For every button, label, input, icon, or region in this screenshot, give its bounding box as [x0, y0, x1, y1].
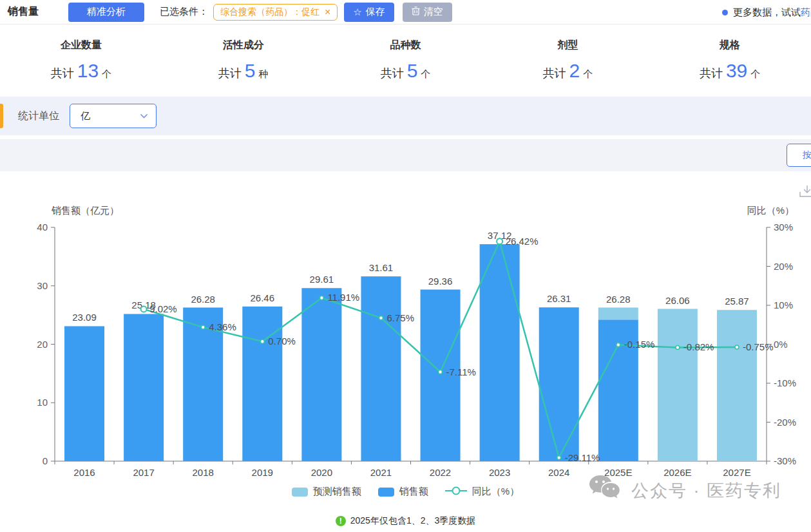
svg-text:30: 30: [37, 280, 48, 291]
summary-stats-row: 企业数量 共计 13 个 活性成分 共计 5 种 品种数 共计 5 个 剂型 共…: [0, 24, 811, 97]
svg-text:2019: 2019: [252, 467, 273, 478]
legend-label: 预测销售额: [313, 486, 361, 498]
svg-text:31.61: 31.61: [369, 262, 394, 273]
svg-text:2020: 2020: [311, 467, 332, 478]
stat-unit: 个: [583, 68, 593, 81]
blue-dot-icon: [722, 10, 728, 15]
legend-label: 销售额: [399, 486, 428, 498]
stat-specification: 规格 共计 39 个: [649, 24, 811, 97]
svg-text:-20%: -20%: [774, 417, 796, 428]
svg-text:20: 20: [37, 339, 48, 350]
stat-label: 企业数量: [0, 39, 162, 52]
top-toolbar: 销售量 精准分析 已选条件： 综合搜索（药品）：促红 × ☆ 保存 清空 更多数…: [0, 0, 811, 24]
svg-text:-30%: -30%: [774, 455, 796, 466]
sales-chart[interactable]: 010203040-30%-20%-10%0%10%20%30%23.09201…: [0, 193, 811, 489]
svg-text:2023: 2023: [489, 467, 510, 478]
stat-unit: 个: [421, 68, 430, 81]
stat-prefix: 共计: [700, 66, 723, 81]
close-icon[interactable]: ×: [325, 7, 330, 17]
svg-text:10: 10: [37, 397, 48, 408]
sales-chart-section: 销售额（亿元） 同比（%） 010203040-30%-20%-10%0%10%…: [0, 171, 811, 532]
svg-text:11.91%: 11.91%: [327, 292, 359, 303]
svg-text:6.75%: 6.75%: [386, 312, 414, 323]
clear-button-label: 清空: [424, 6, 443, 18]
chart-footnote: ! 2025年仅包含1、2、3季度数据: [0, 515, 811, 527]
stat-label: 品种数: [325, 39, 487, 52]
legend-item-forecast[interactable]: 预测销售额: [292, 486, 361, 498]
stat-number: 5: [407, 60, 418, 82]
svg-text:0: 0: [43, 455, 48, 466]
svg-text:2018: 2018: [193, 467, 214, 478]
legend-item-yoy[interactable]: 同比（%）: [445, 486, 519, 498]
by-year-button[interactable]: 按年: [787, 144, 811, 167]
wechat-icon: [589, 474, 624, 507]
svg-text:26.42%: 26.42%: [506, 236, 539, 247]
stat-unit: 种: [259, 68, 269, 81]
legend-swatch-sales: [378, 488, 394, 497]
stat-prefix: 共计: [51, 66, 74, 81]
svg-text:9.02%: 9.02%: [149, 303, 177, 314]
svg-text:4.36%: 4.36%: [209, 321, 236, 332]
stat-active-ingredient: 活性成分 共计 5 种: [162, 24, 325, 97]
stat-label: 规格: [649, 39, 811, 52]
orange-accent-bar: [0, 104, 3, 128]
more-data-link[interactable]: 更多数据，试试药品: [722, 0, 811, 24]
stat-enterprise-count: 企业数量 共计 13 个: [0, 24, 162, 97]
svg-text:-29.11%: -29.11%: [565, 452, 600, 463]
statistic-unit-row: 统计单位 亿: [0, 97, 811, 135]
svg-text:23.09: 23.09: [72, 312, 97, 323]
chart-toolbar-row: 按年: [0, 139, 811, 171]
bars-group: 23.09201625.18201726.28201826.46201929.6…: [64, 230, 757, 478]
unit-select[interactable]: 亿: [70, 104, 157, 128]
svg-text:26.31: 26.31: [547, 293, 571, 304]
svg-text:30%: 30%: [774, 222, 793, 233]
stat-number: 13: [77, 60, 99, 82]
stat-unit: 个: [750, 68, 760, 81]
more-data-link-text[interactable]: 药品: [801, 6, 811, 19]
stat-prefix: 共计: [218, 66, 242, 81]
filter-tag-label: 综合搜索（药品）：促红: [220, 6, 320, 18]
footnote-text: 2025年仅包含1、2、3季度数据: [350, 515, 476, 527]
svg-text:0.70%: 0.70%: [268, 336, 296, 347]
trash-icon: [412, 6, 420, 17]
save-button[interactable]: ☆ 保存: [344, 3, 394, 22]
stat-dosage-form: 剂型 共计 2 个: [486, 24, 649, 97]
filter-tag[interactable]: 综合搜索（药品）：促红 ×: [213, 4, 338, 21]
stat-unit: 个: [102, 68, 111, 81]
svg-text:2022: 2022: [430, 467, 451, 478]
clear-button[interactable]: 清空: [403, 3, 452, 22]
page-title: 销售量: [8, 5, 39, 19]
svg-text:26.28: 26.28: [606, 294, 631, 305]
stat-label: 剂型: [486, 39, 649, 52]
more-data-text: 更多数据，试试: [733, 6, 801, 19]
svg-text:10%: 10%: [774, 299, 793, 310]
svg-text:-0.15%: -0.15%: [624, 339, 655, 350]
svg-text:26.06: 26.06: [665, 295, 690, 306]
svg-text:29.36: 29.36: [428, 276, 453, 287]
svg-text:40: 40: [37, 222, 48, 233]
chevron-down-icon: [140, 110, 148, 122]
stat-label: 活性成分: [162, 39, 325, 52]
svg-text:-10%: -10%: [774, 377, 796, 388]
svg-text:-7.11%: -7.11%: [446, 366, 476, 377]
svg-text:2016: 2016: [73, 467, 95, 478]
svg-text:-0.82%: -0.82%: [683, 341, 714, 352]
stat-prefix: 共计: [381, 66, 404, 81]
legend-label: 同比（%）: [472, 486, 519, 498]
svg-text:2017: 2017: [133, 467, 154, 478]
stat-prefix: 共计: [542, 66, 566, 81]
watermark: 公众号 · 医药专利: [589, 474, 781, 507]
selected-conditions-label: 已选条件：: [160, 6, 208, 18]
unit-select-value: 亿: [81, 110, 90, 122]
stat-number: 39: [726, 60, 747, 82]
svg-text:26.28: 26.28: [191, 294, 215, 305]
svg-text:29.61: 29.61: [310, 274, 334, 285]
star-icon: ☆: [353, 6, 361, 18]
svg-text:25.87: 25.87: [725, 296, 749, 307]
stat-variety-count: 品种数 共计 5 个: [325, 24, 487, 97]
precise-analysis-button[interactable]: 精准分析: [68, 3, 144, 22]
svg-text:2024: 2024: [548, 467, 569, 478]
svg-text:20%: 20%: [774, 261, 793, 272]
legend-item-sales[interactable]: 销售额: [378, 486, 428, 498]
svg-text:26.46: 26.46: [251, 292, 275, 303]
